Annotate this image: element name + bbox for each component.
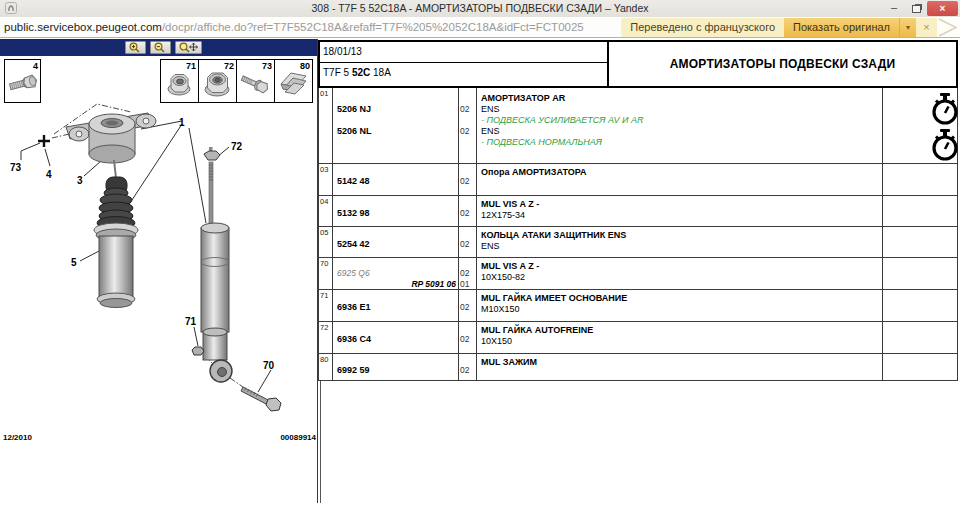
part-row-04: 04 5132 98 02 MUL VIS A Z - 12X175-34 [319, 196, 957, 227]
document-title: АМОРТИЗАТОРЫ ПОДВЕСКИ СЗАДИ [609, 42, 956, 86]
callout-70: 70 [263, 360, 275, 371]
part-row-70: 70 6925 Q6 02 RP 5091 06 01 MUL VIS A Z … [319, 258, 957, 290]
part-desc-title: АМОРТИЗАТОР AR [481, 93, 565, 103]
part-qty: 02 [460, 208, 469, 218]
parts-table: 01 5206 NJ 02 5206 NL 02 АМОРТИЗАТОР AR … [318, 88, 958, 381]
ref-bold: 52C [352, 67, 370, 78]
window-title: 308 - T7F 5 52C18A - АМОРТИЗАТОРЫ ПОДВЕС… [0, 0, 960, 17]
part-desc-title: MUL ГАЙКА AUTOFREINE [481, 325, 593, 335]
part-desc-note: - ПОДВЕСКА УСИЛИВАЕТСЯ AV И AR [481, 115, 643, 125]
zoom-in-button[interactable] [125, 41, 146, 54]
part-ref-superseded[interactable]: 6925 Q6 [337, 268, 370, 278]
part-desc-sub: ENS [481, 126, 500, 136]
callout-4: 4 [46, 169, 52, 180]
row-number: 71 [320, 291, 328, 300]
row-number: 03 [320, 165, 328, 174]
document-ref: T7F 5 52C 18A [320, 63, 607, 86]
diagram-number: 00089914 [240, 433, 316, 442]
translate-banner: Переведено с французского Показать ориги… [621, 18, 959, 37]
zoom-pan-button[interactable] [175, 41, 202, 54]
part-row-71: 71 6936 E1 02 MUL ГАЙКА ИМЕЕТ ОСНОВАНИЕ … [319, 290, 957, 322]
address-bar: public.servicebox.peugeot.com/docpr/affi… [0, 17, 960, 38]
part-row-05: 05 5254 42 02 КОЛЬЦА АТАКИ ЗАЩИТНИК ENS … [319, 227, 957, 258]
part-desc-sub: 10X150-82 [481, 272, 525, 282]
row-number: 72 [320, 323, 328, 332]
callout-1: 1 [179, 117, 185, 128]
part-ref[interactable]: 6936 C4 [337, 334, 371, 344]
part-qty: 02 [460, 239, 469, 249]
close-button[interactable]: × [927, 1, 958, 16]
part-desc-note: - ПОДВЕСКА НОРМАЛЬНАЯ [481, 137, 602, 147]
url-field[interactable]: public.servicebox.peugeot.com/docpr/affi… [4, 17, 584, 37]
part-ref[interactable]: 5132 98 [337, 208, 370, 218]
diagram-zoom-toolbar [0, 39, 317, 56]
exploded-view-diagram: 1 72 73 4 3 5 71 70 [0, 56, 317, 446]
part-row-80: 80 6992 59 02 MUL ЗАЖИМ [319, 354, 957, 381]
row-number: 01 [320, 89, 328, 98]
part-ref[interactable]: 5206 NJ [337, 104, 371, 114]
document-date: 18/01/13 [320, 42, 607, 63]
part-desc-sub: ENS [481, 104, 500, 114]
part-row-01: 01 5206 NJ 02 5206 NL 02 АМОРТИЗАТОР AR … [319, 88, 957, 164]
magnifier-pan-icon [178, 42, 199, 53]
page-content: 4 71 72 73 [0, 39, 960, 512]
part-desc-title: КОЛЬЦА АТАКИ ЗАЩИТНИК ENS [481, 230, 626, 240]
url-path: /docpr/affiche.do?ref=T7F552C18A&refaff=… [162, 21, 584, 33]
part-desc-title: MUL VIS A Z - [481, 199, 539, 209]
url-host: public.servicebox.peugeot.com [4, 21, 162, 33]
part-qty: 02 [460, 334, 469, 344]
callout-5: 5 [71, 257, 77, 268]
zoom-out-button[interactable] [150, 41, 171, 54]
part-desc-sub: 12X175-34 [481, 210, 525, 220]
callout-72: 72 [231, 141, 243, 152]
banner-arrow-tip-icon [937, 18, 959, 37]
translate-close-button[interactable]: × [916, 18, 937, 37]
table-left-border-extension [320, 381, 321, 503]
minimize-button[interactable]: – [883, 1, 905, 16]
ref-suffix: 18A [370, 67, 391, 78]
document-header: 18/01/13 T7F 5 52C 18A АМОРТИЗАТОРЫ ПОДВ… [318, 40, 958, 88]
labor-time-icon[interactable] [928, 92, 960, 126]
part-row-03: 03 5142 48 02 Опора АМОРТИЗАТОРА [319, 164, 957, 196]
part-qty: 02 [460, 126, 469, 136]
part-desc-title: MUL VIS A Z - [481, 261, 539, 271]
ref-prefix: T7F 5 [323, 67, 352, 78]
title-bar: 308 - T7F 5 52C18A - АМОРТИЗАТОРЫ ПОДВЕС… [0, 0, 960, 17]
replacement-ref[interactable]: RP 5091 06 [339, 279, 456, 289]
part-row-72: 72 6936 C4 02 MUL ГАЙКА AUTOFREINE 10X15… [319, 322, 957, 354]
restore-button[interactable] [905, 1, 927, 16]
labor-time-icon[interactable] [928, 128, 960, 162]
show-original-button[interactable]: Показать оригинал [784, 18, 899, 37]
row-number: 80 [320, 355, 328, 364]
part-ref[interactable]: 5254 42 [337, 239, 370, 249]
part-desc-sub: M10X150 [481, 304, 520, 314]
replacement-qty: 01 [460, 279, 469, 289]
callout-73: 73 [10, 162, 22, 173]
part-desc-title: MUL ЗАЖИМ [481, 357, 537, 367]
translate-status-label: Переведено с французского [621, 18, 784, 37]
magnifier-minus-icon [153, 42, 168, 53]
row-number: 04 [320, 197, 328, 206]
part-ref[interactable]: 5142 48 [337, 176, 370, 186]
window-controls: – × [883, 0, 958, 17]
part-desc-sub: 10X150 [481, 336, 512, 346]
part-ref[interactable]: 6936 E1 [337, 302, 371, 312]
part-qty: 02 [460, 365, 469, 375]
part-qty: 02 [460, 302, 469, 312]
part-ref[interactable]: 6992 59 [337, 365, 370, 375]
part-qty: 02 [460, 104, 469, 114]
row-number: 05 [320, 228, 328, 237]
callout-3: 3 [77, 175, 83, 186]
part-desc-title: MUL ГАЙКА ИМЕЕТ ОСНОВАНИЕ [481, 293, 627, 303]
part-desc-sub: ENS [481, 241, 500, 251]
restore-icon [912, 5, 921, 13]
magnifier-plus-icon [128, 42, 143, 53]
callout-71: 71 [185, 316, 197, 327]
row-number: 70 [320, 259, 328, 268]
part-ref[interactable]: 5206 NL [337, 126, 372, 136]
part-desc-title: Опора АМОРТИЗАТОРА [481, 167, 586, 177]
header-ref-block: 18/01/13 T7F 5 52C 18A [320, 42, 609, 86]
browser-window: { "window": { "title": "308 - T7F 5 52C1… [0, 0, 960, 512]
translate-options-caret[interactable]: ▾ [899, 18, 916, 37]
part-qty: 02 [460, 268, 469, 278]
